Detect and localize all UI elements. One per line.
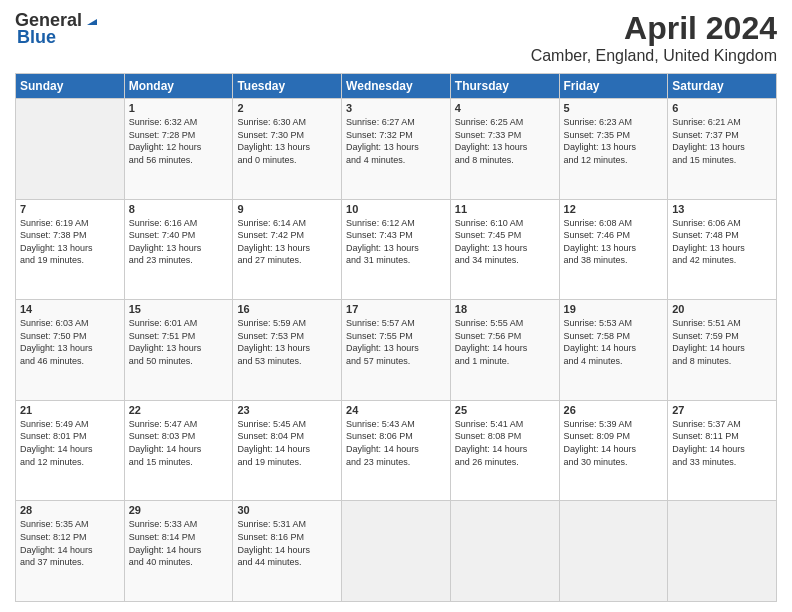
day-number: 18 xyxy=(455,303,555,315)
calendar-cell: 26Sunrise: 5:39 AM Sunset: 8:09 PM Dayli… xyxy=(559,400,668,501)
week-row-5: 28Sunrise: 5:35 AM Sunset: 8:12 PM Dayli… xyxy=(16,501,777,602)
header-day-thursday: Thursday xyxy=(450,74,559,99)
header: General Blue April 2024 Camber, England,… xyxy=(15,10,777,65)
day-info: Sunrise: 5:47 AM Sunset: 8:03 PM Dayligh… xyxy=(129,418,229,468)
day-number: 2 xyxy=(237,102,337,114)
day-number: 10 xyxy=(346,203,446,215)
header-day-sunday: Sunday xyxy=(16,74,125,99)
day-number: 7 xyxy=(20,203,120,215)
day-number: 19 xyxy=(564,303,664,315)
header-day-wednesday: Wednesday xyxy=(342,74,451,99)
day-number: 1 xyxy=(129,102,229,114)
calendar-cell xyxy=(559,501,668,602)
day-number: 6 xyxy=(672,102,772,114)
calendar-cell: 17Sunrise: 5:57 AM Sunset: 7:55 PM Dayli… xyxy=(342,300,451,401)
calendar-cell: 12Sunrise: 6:08 AM Sunset: 7:46 PM Dayli… xyxy=(559,199,668,300)
day-number: 29 xyxy=(129,504,229,516)
week-row-2: 7Sunrise: 6:19 AM Sunset: 7:38 PM Daylig… xyxy=(16,199,777,300)
day-info: Sunrise: 5:49 AM Sunset: 8:01 PM Dayligh… xyxy=(20,418,120,468)
day-info: Sunrise: 6:21 AM Sunset: 7:37 PM Dayligh… xyxy=(672,116,772,166)
day-info: Sunrise: 5:31 AM Sunset: 8:16 PM Dayligh… xyxy=(237,518,337,568)
day-info: Sunrise: 6:23 AM Sunset: 7:35 PM Dayligh… xyxy=(564,116,664,166)
calendar-cell: 16Sunrise: 5:59 AM Sunset: 7:53 PM Dayli… xyxy=(233,300,342,401)
calendar-cell: 13Sunrise: 6:06 AM Sunset: 7:48 PM Dayli… xyxy=(668,199,777,300)
week-row-4: 21Sunrise: 5:49 AM Sunset: 8:01 PM Dayli… xyxy=(16,400,777,501)
day-info: Sunrise: 5:41 AM Sunset: 8:08 PM Dayligh… xyxy=(455,418,555,468)
day-number: 20 xyxy=(672,303,772,315)
calendar-cell xyxy=(342,501,451,602)
calendar-cell: 7Sunrise: 6:19 AM Sunset: 7:38 PM Daylig… xyxy=(16,199,125,300)
subtitle: Camber, England, United Kingdom xyxy=(531,47,777,65)
day-number: 26 xyxy=(564,404,664,416)
calendar-cell: 3Sunrise: 6:27 AM Sunset: 7:32 PM Daylig… xyxy=(342,99,451,200)
day-number: 5 xyxy=(564,102,664,114)
day-number: 9 xyxy=(237,203,337,215)
calendar-cell: 15Sunrise: 6:01 AM Sunset: 7:51 PM Dayli… xyxy=(124,300,233,401)
calendar-cell: 20Sunrise: 5:51 AM Sunset: 7:59 PM Dayli… xyxy=(668,300,777,401)
day-info: Sunrise: 6:03 AM Sunset: 7:50 PM Dayligh… xyxy=(20,317,120,367)
day-number: 24 xyxy=(346,404,446,416)
day-info: Sunrise: 6:01 AM Sunset: 7:51 PM Dayligh… xyxy=(129,317,229,367)
header-day-monday: Monday xyxy=(124,74,233,99)
day-info: Sunrise: 6:32 AM Sunset: 7:28 PM Dayligh… xyxy=(129,116,229,166)
day-number: 15 xyxy=(129,303,229,315)
logo: General Blue xyxy=(15,10,99,48)
calendar-cell: 10Sunrise: 6:12 AM Sunset: 7:43 PM Dayli… xyxy=(342,199,451,300)
calendar-cell: 14Sunrise: 6:03 AM Sunset: 7:50 PM Dayli… xyxy=(16,300,125,401)
header-row: SundayMondayTuesdayWednesdayThursdayFrid… xyxy=(16,74,777,99)
main-title: April 2024 xyxy=(531,10,777,47)
calendar-cell xyxy=(16,99,125,200)
day-number: 8 xyxy=(129,203,229,215)
day-info: Sunrise: 5:55 AM Sunset: 7:56 PM Dayligh… xyxy=(455,317,555,367)
calendar-header: SundayMondayTuesdayWednesdayThursdayFrid… xyxy=(16,74,777,99)
day-number: 16 xyxy=(237,303,337,315)
calendar-cell: 11Sunrise: 6:10 AM Sunset: 7:45 PM Dayli… xyxy=(450,199,559,300)
day-info: Sunrise: 5:33 AM Sunset: 8:14 PM Dayligh… xyxy=(129,518,229,568)
day-number: 23 xyxy=(237,404,337,416)
day-number: 17 xyxy=(346,303,446,315)
logo-blue-text: Blue xyxy=(17,27,56,48)
day-number: 14 xyxy=(20,303,120,315)
day-number: 30 xyxy=(237,504,337,516)
day-number: 13 xyxy=(672,203,772,215)
calendar-cell: 24Sunrise: 5:43 AM Sunset: 8:06 PM Dayli… xyxy=(342,400,451,501)
week-row-1: 1Sunrise: 6:32 AM Sunset: 7:28 PM Daylig… xyxy=(16,99,777,200)
day-number: 25 xyxy=(455,404,555,416)
day-info: Sunrise: 6:25 AM Sunset: 7:33 PM Dayligh… xyxy=(455,116,555,166)
day-info: Sunrise: 5:59 AM Sunset: 7:53 PM Dayligh… xyxy=(237,317,337,367)
day-info: Sunrise: 6:12 AM Sunset: 7:43 PM Dayligh… xyxy=(346,217,446,267)
day-info: Sunrise: 5:51 AM Sunset: 7:59 PM Dayligh… xyxy=(672,317,772,367)
calendar-cell: 25Sunrise: 5:41 AM Sunset: 8:08 PM Dayli… xyxy=(450,400,559,501)
header-day-tuesday: Tuesday xyxy=(233,74,342,99)
calendar-cell: 23Sunrise: 5:45 AM Sunset: 8:04 PM Dayli… xyxy=(233,400,342,501)
calendar-table: SundayMondayTuesdayWednesdayThursdayFrid… xyxy=(15,73,777,602)
day-info: Sunrise: 5:45 AM Sunset: 8:04 PM Dayligh… xyxy=(237,418,337,468)
calendar-cell: 28Sunrise: 5:35 AM Sunset: 8:12 PM Dayli… xyxy=(16,501,125,602)
day-info: Sunrise: 6:08 AM Sunset: 7:46 PM Dayligh… xyxy=(564,217,664,267)
calendar-cell: 8Sunrise: 6:16 AM Sunset: 7:40 PM Daylig… xyxy=(124,199,233,300)
logo-icon xyxy=(83,11,99,27)
calendar-body: 1Sunrise: 6:32 AM Sunset: 7:28 PM Daylig… xyxy=(16,99,777,602)
calendar-cell: 18Sunrise: 5:55 AM Sunset: 7:56 PM Dayli… xyxy=(450,300,559,401)
calendar-cell: 27Sunrise: 5:37 AM Sunset: 8:11 PM Dayli… xyxy=(668,400,777,501)
calendar-cell: 1Sunrise: 6:32 AM Sunset: 7:28 PM Daylig… xyxy=(124,99,233,200)
day-info: Sunrise: 5:43 AM Sunset: 8:06 PM Dayligh… xyxy=(346,418,446,468)
calendar-cell: 30Sunrise: 5:31 AM Sunset: 8:16 PM Dayli… xyxy=(233,501,342,602)
calendar-cell: 4Sunrise: 6:25 AM Sunset: 7:33 PM Daylig… xyxy=(450,99,559,200)
day-info: Sunrise: 5:35 AM Sunset: 8:12 PM Dayligh… xyxy=(20,518,120,568)
week-row-3: 14Sunrise: 6:03 AM Sunset: 7:50 PM Dayli… xyxy=(16,300,777,401)
calendar-cell xyxy=(668,501,777,602)
day-info: Sunrise: 6:27 AM Sunset: 7:32 PM Dayligh… xyxy=(346,116,446,166)
day-number: 27 xyxy=(672,404,772,416)
day-info: Sunrise: 6:30 AM Sunset: 7:30 PM Dayligh… xyxy=(237,116,337,166)
calendar-cell: 19Sunrise: 5:53 AM Sunset: 7:58 PM Dayli… xyxy=(559,300,668,401)
day-number: 3 xyxy=(346,102,446,114)
day-number: 11 xyxy=(455,203,555,215)
day-info: Sunrise: 6:14 AM Sunset: 7:42 PM Dayligh… xyxy=(237,217,337,267)
calendar-cell: 6Sunrise: 6:21 AM Sunset: 7:37 PM Daylig… xyxy=(668,99,777,200)
calendar-cell: 21Sunrise: 5:49 AM Sunset: 8:01 PM Dayli… xyxy=(16,400,125,501)
header-day-friday: Friday xyxy=(559,74,668,99)
day-info: Sunrise: 6:10 AM Sunset: 7:45 PM Dayligh… xyxy=(455,217,555,267)
page: General Blue April 2024 Camber, England,… xyxy=(0,0,792,612)
day-number: 12 xyxy=(564,203,664,215)
